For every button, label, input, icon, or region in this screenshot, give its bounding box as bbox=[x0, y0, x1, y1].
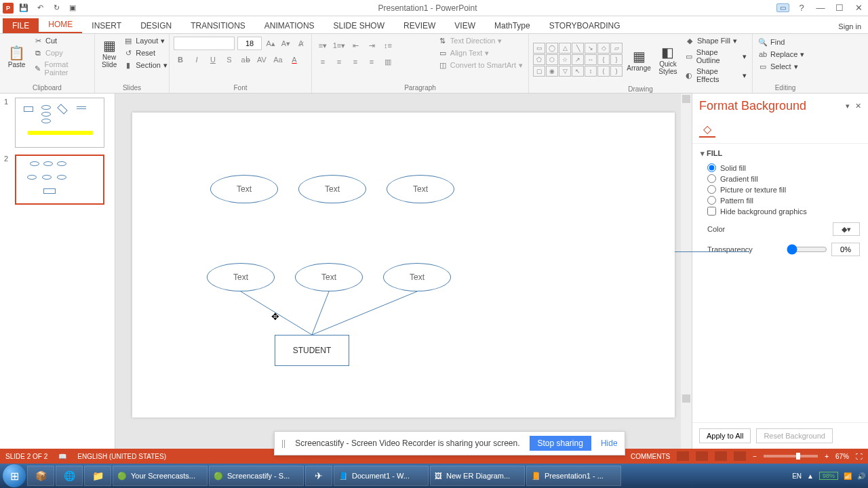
comments-button[interactable]: COMMENTS bbox=[631, 453, 670, 460]
tray-lang[interactable]: EN bbox=[792, 472, 802, 480]
tab-mathtype[interactable]: MathType bbox=[485, 18, 540, 33]
tray-volume-icon[interactable]: 🔊 bbox=[857, 472, 865, 480]
zoom-slider[interactable] bbox=[764, 455, 818, 458]
decrease-font-icon[interactable]: A▾ bbox=[279, 37, 292, 50]
cut-button[interactable]: ✂Cut bbox=[32, 35, 90, 46]
start-button[interactable]: ⊞ bbox=[3, 464, 26, 487]
line-spacing-icon[interactable]: ↕≡ bbox=[381, 39, 395, 52]
fit-to-window-icon[interactable]: ⛶ bbox=[856, 453, 863, 460]
convert-smartart-button[interactable]: ◫Convert to SmartArt ▾ bbox=[437, 60, 524, 70]
fill-section[interactable]: FILL bbox=[701, 149, 860, 158]
layout-button[interactable]: ▤Layout ▾ bbox=[122, 35, 169, 46]
shadow-icon[interactable]: S bbox=[222, 53, 236, 66]
clear-formatting-icon[interactable]: A̷ bbox=[295, 37, 307, 50]
quick-styles-button[interactable]: ◧Quick Styles bbox=[655, 43, 681, 77]
pattern-fill-radio[interactable]: Pattern fill bbox=[707, 196, 860, 205]
tab-file[interactable]: FILE bbox=[3, 18, 39, 33]
minimize-icon[interactable]: — bbox=[814, 3, 827, 13]
start-from-beginning-icon[interactable]: ▣ bbox=[66, 2, 79, 14]
normal-view-icon[interactable] bbox=[677, 451, 689, 461]
slideshow-view-icon[interactable] bbox=[734, 451, 746, 461]
shape-outline-button[interactable]: ▭Shape Outline ▾ bbox=[684, 47, 748, 65]
tab-transitions[interactable]: TRANSITIONS bbox=[181, 18, 255, 33]
bold-icon[interactable]: B bbox=[174, 53, 187, 66]
char-spacing-icon[interactable]: AV bbox=[255, 53, 269, 66]
taskbar-ie-icon[interactable]: 🌐 bbox=[56, 466, 83, 486]
reset-background-button[interactable]: Reset Background bbox=[756, 428, 833, 443]
gradient-fill-radio[interactable]: Gradient fill bbox=[707, 174, 860, 183]
shape-oval[interactable]: Text bbox=[210, 175, 278, 203]
align-left-icon[interactable]: ≡ bbox=[316, 55, 330, 68]
bullets-icon[interactable]: ≡▾ bbox=[316, 39, 330, 52]
shape-fill-button[interactable]: ◆Shape Fill ▾ bbox=[684, 35, 748, 46]
shape-oval[interactable]: Text bbox=[298, 175, 366, 203]
fill-tab-icon[interactable]: ◇ bbox=[699, 121, 715, 138]
new-slide-button[interactable]: ▦ New Slide bbox=[99, 36, 119, 70]
arrange-button[interactable]: ▦Arrange bbox=[625, 47, 652, 73]
find-button[interactable]: 🔍Find bbox=[757, 37, 814, 47]
shape-oval[interactable]: Text bbox=[295, 263, 363, 291]
thumbnail-slide[interactable] bbox=[15, 98, 104, 148]
taskbar-chrome-2[interactable]: 🟢Screencastify - S... bbox=[209, 466, 304, 486]
scroll-up-icon[interactable] bbox=[682, 95, 690, 103]
tray-battery[interactable]: 98% bbox=[819, 472, 838, 480]
font-size-input[interactable] bbox=[237, 37, 262, 50]
hide-notification-link[interactable]: Hide bbox=[601, 439, 618, 448]
transparency-input[interactable] bbox=[831, 243, 860, 256]
close-icon[interactable]: ✕ bbox=[852, 3, 865, 13]
ribbon-display-badge[interactable]: ▭ bbox=[776, 3, 789, 12]
zoom-in-icon[interactable]: + bbox=[825, 453, 829, 460]
shapes-gallery[interactable]: ▭◯△╲↘◇▱ ⬠⬡☆↗↔{} ▢◉▽↖↕() bbox=[533, 43, 623, 77]
align-center-icon[interactable]: ≡ bbox=[332, 55, 346, 68]
thumbnail-slide[interactable] bbox=[15, 155, 104, 205]
shape-line[interactable] bbox=[675, 251, 749, 252]
color-picker[interactable]: ◆▾ bbox=[833, 222, 860, 236]
format-painter-button[interactable]: ✎Format Painter bbox=[32, 60, 90, 77]
paste-button[interactable]: 📋 Paste bbox=[4, 43, 29, 70]
section-button[interactable]: ▮Section ▾ bbox=[122, 60, 169, 70]
slide-indicator[interactable]: SLIDE 2 OF 2 bbox=[5, 453, 47, 460]
reading-view-icon[interactable] bbox=[715, 451, 727, 461]
align-right-icon[interactable]: ≡ bbox=[349, 55, 362, 68]
underline-icon[interactable]: U bbox=[206, 53, 220, 66]
slide-canvas[interactable]: Text Text Text Text Text Text STUDENT ✥ bbox=[132, 113, 675, 418]
taskbar-image[interactable]: 🖼New ER Diagram... bbox=[430, 466, 525, 486]
shape-effects-button[interactable]: ◐Shape Effects ▾ bbox=[684, 66, 748, 84]
tab-home[interactable]: HOME bbox=[39, 17, 82, 33]
align-text-button[interactable]: ▭Align Text ▾ bbox=[437, 47, 524, 58]
help-icon[interactable]: ? bbox=[795, 3, 808, 13]
tab-review[interactable]: REVIEW bbox=[394, 18, 445, 33]
tray-network-icon[interactable]: 📶 bbox=[844, 472, 852, 480]
tab-storyboarding[interactable]: STORYBOARDING bbox=[540, 18, 630, 33]
font-name-input[interactable] bbox=[174, 37, 235, 50]
taskbar-powerpoint[interactable]: 📙Presentation1 - ... bbox=[526, 466, 621, 486]
taskbar-chrome-1[interactable]: 🟢Your Screencasts... bbox=[113, 466, 208, 486]
taskbar-explorer-icon[interactable]: 📁 bbox=[84, 466, 111, 486]
copy-button[interactable]: ⧉Copy bbox=[32, 47, 90, 58]
shape-rectangle[interactable]: STUDENT bbox=[275, 335, 349, 366]
language-indicator[interactable]: ENGLISH (UNITED STATES) bbox=[77, 453, 166, 460]
pane-close-icon[interactable]: ✕ bbox=[855, 102, 861, 110]
apply-to-all-button[interactable]: Apply to All bbox=[699, 428, 751, 443]
sorter-view-icon[interactable] bbox=[696, 451, 708, 461]
slide-thumbnails[interactable]: 1 2 bbox=[0, 94, 115, 449]
justify-icon[interactable]: ≡ bbox=[365, 55, 378, 68]
zoom-level[interactable]: 67% bbox=[835, 453, 849, 460]
picture-fill-radio[interactable]: Picture or texture fill bbox=[707, 185, 860, 194]
vertical-scrollbar[interactable] bbox=[681, 94, 692, 449]
text-direction-button[interactable]: ⇅Text Direction ▾ bbox=[437, 35, 524, 46]
strikethrough-icon[interactable]: ab̶ bbox=[239, 53, 252, 66]
columns-icon[interactable]: ▥ bbox=[381, 55, 395, 68]
sign-in-link[interactable]: Sign in bbox=[831, 20, 868, 33]
hide-bg-checkbox[interactable]: Hide background graphics bbox=[707, 207, 860, 216]
shape-oval[interactable]: Text bbox=[383, 263, 451, 291]
increase-font-icon[interactable]: A▴ bbox=[264, 37, 277, 50]
solid-fill-radio[interactable]: Solid fill bbox=[707, 163, 860, 172]
taskbar-word[interactable]: 📘Document1 - W... bbox=[334, 466, 429, 486]
italic-icon[interactable]: I bbox=[190, 53, 203, 66]
save-icon[interactable]: 💾 bbox=[18, 2, 30, 14]
tab-slideshow[interactable]: SLIDE SHOW bbox=[324, 18, 394, 33]
shape-oval[interactable]: Text bbox=[207, 263, 275, 291]
thumbnail-1[interactable]: 1 bbox=[4, 98, 111, 148]
tab-view[interactable]: VIEW bbox=[445, 18, 485, 33]
